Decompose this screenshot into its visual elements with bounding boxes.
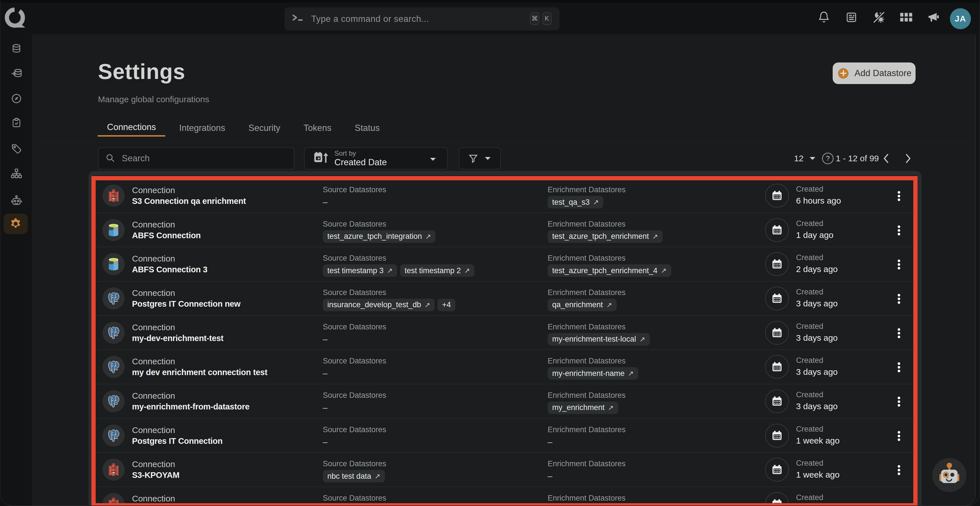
svg-text:?: ? bbox=[826, 154, 829, 162]
